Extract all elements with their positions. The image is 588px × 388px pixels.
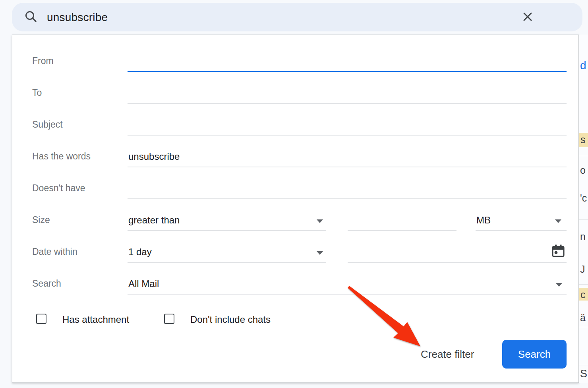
background-text-fragment: o — [580, 165, 586, 176]
to-label: To — [32, 87, 42, 98]
calendar-icon[interactable] — [549, 242, 567, 260]
create-filter-button[interactable]: Create filter — [413, 345, 482, 364]
date-period-underline — [128, 262, 326, 263]
search-input[interactable]: unsubscribe — [47, 11, 108, 24]
size-unit-dropdown[interactable]: MB — [476, 213, 567, 230]
size-label: Size — [32, 215, 50, 225]
background-highlight-fragment: s — [579, 133, 588, 147]
has-words-label: Has the words — [32, 151, 91, 162]
doesnt-have-label: Doesn't have — [32, 183, 85, 194]
search-icon[interactable] — [23, 9, 39, 25]
background-text-fragment: ä — [580, 312, 586, 324]
to-underline — [128, 103, 567, 104]
background-highlight-fragment: c — [579, 288, 588, 301]
date-input[interactable] — [348, 245, 546, 262]
background-text-fragment: c — [580, 289, 586, 301]
subject-label: Subject — [32, 119, 63, 130]
advanced-search-panel: From To Subject Has the words unsubscrib… — [12, 35, 579, 383]
date-period-value: 1 day — [128, 246, 152, 258]
background-text-fragment: 'c — [580, 192, 587, 204]
size-amount-underline — [348, 230, 456, 231]
dont-include-chats-checkbox[interactable] — [164, 314, 174, 324]
background-text-fragment: n — [580, 231, 586, 242]
subject-input[interactable] — [128, 118, 567, 134]
date-within-label: Date within — [32, 246, 77, 257]
background-text-fragment: S — [580, 368, 587, 380]
size-unit-underline — [476, 230, 567, 231]
date-underline — [348, 262, 567, 263]
from-underline-focused — [128, 71, 567, 72]
list-divider — [579, 327, 588, 327]
list-divider — [579, 284, 588, 285]
close-icon[interactable] — [519, 8, 536, 26]
search-scope-underline — [128, 294, 567, 295]
size-operator-value: greater than — [128, 215, 180, 226]
has-attachment-label: Has attachment — [62, 314, 129, 325]
size-unit-value: MB — [476, 215, 491, 226]
has-words-input[interactable]: unsubscribe — [128, 149, 567, 166]
chevron-down-icon — [555, 219, 561, 223]
has-words-value: unsubscribe — [128, 151, 180, 162]
size-amount-input[interactable] — [348, 213, 456, 230]
list-divider — [579, 219, 588, 220]
subject-underline — [128, 135, 567, 136]
background-text-fragment: d — [580, 59, 586, 72]
date-period-dropdown[interactable]: 1 day — [128, 245, 326, 262]
chevron-down-icon — [317, 251, 323, 255]
list-divider — [579, 365, 588, 365]
search-scope-dropdown[interactable]: All Mail — [128, 277, 567, 293]
size-operator-dropdown[interactable]: greater than — [128, 213, 326, 230]
search-button[interactable]: Search — [502, 340, 567, 369]
to-input[interactable] — [128, 86, 567, 103]
dont-include-chats-label: Don't include chats — [190, 314, 271, 325]
background-email-list-sliver: d s o 'c n J c ä S — [579, 35, 588, 383]
from-label: From — [32, 56, 54, 66]
background-text-fragment: s — [580, 134, 586, 146]
background-text-fragment: J — [580, 264, 585, 275]
chevron-down-icon — [317, 219, 323, 223]
has-attachment-checkbox[interactable] — [36, 314, 46, 324]
chevron-down-icon — [556, 283, 562, 287]
from-input[interactable] — [128, 54, 567, 71]
doesnt-have-underline — [128, 198, 567, 199]
doesnt-have-input[interactable] — [128, 181, 567, 198]
scope-label: Search — [32, 278, 61, 289]
gmail-search-filter-page: unsubscribe From To Subject Has the word… — [0, 0, 588, 388]
list-divider — [579, 156, 588, 156]
size-operator-underline — [128, 230, 326, 231]
has-words-underline — [128, 167, 567, 167]
search-bar[interactable]: unsubscribe — [12, 3, 582, 31]
search-scope-value: All Mail — [128, 278, 159, 289]
